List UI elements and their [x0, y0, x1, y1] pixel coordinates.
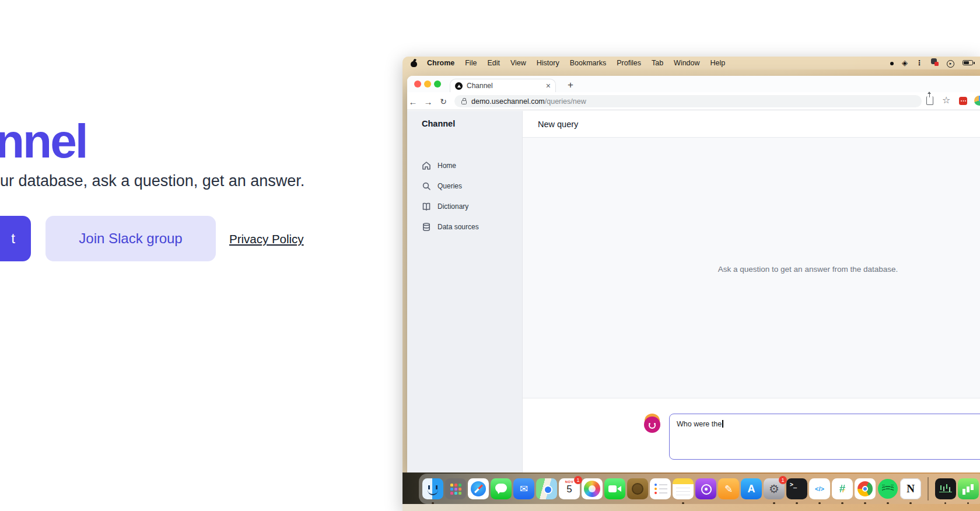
pages-dock-icon[interactable]: ✎: [718, 478, 739, 499]
terminal-dock-icon[interactable]: >_: [786, 478, 807, 499]
sidebar-item-data-sources[interactable]: Data sources: [422, 216, 522, 237]
safari-dock-icon[interactable]: [468, 478, 489, 499]
sidebar: Channel HomeQueriesDictionaryData source…: [407, 111, 523, 473]
landing-subtitle: ur database, ask a question, get an answ…: [0, 172, 304, 190]
notes-dock-icon[interactable]: [673, 478, 694, 499]
menu-item-history[interactable]: History: [537, 59, 559, 67]
menu-status-icons: ◈⋮▸: [890, 58, 973, 68]
battery-charging-icon[interactable]: [963, 59, 973, 67]
running-indicator-dot: [841, 502, 844, 505]
macos-menu-bar: Chrome FileEditViewHistoryBookmarksProfi…: [402, 57, 980, 69]
calendar-dock-icon[interactable]: NOV51: [559, 478, 580, 499]
sidebar-item-queries[interactable]: Queries: [422, 176, 522, 196]
home-icon: [422, 161, 438, 170]
notion-glyph: N: [900, 478, 921, 499]
sidebar-item-home[interactable]: Home: [422, 155, 522, 176]
reload-icon[interactable]: ↻: [437, 95, 450, 108]
join-slack-button[interactable]: Join Slack group: [46, 216, 216, 261]
chrome-dock-icon[interactable]: [855, 478, 876, 499]
dock-divider: [928, 477, 929, 501]
mail-dock-icon[interactable]: ✉: [513, 478, 534, 499]
maps-dock-icon[interactable]: [536, 478, 557, 499]
running-indicator-dot: [944, 502, 947, 505]
sidebar-item-dictionary[interactable]: Dictionary: [422, 196, 522, 216]
settings-dock-icon[interactable]: ⚙1: [764, 478, 785, 499]
menu-item-edit[interactable]: Edit: [487, 59, 500, 67]
tab-title: Channel: [467, 82, 546, 90]
mail-glyph: ✉: [513, 478, 534, 499]
photos-dock-icon[interactable]: [582, 478, 603, 499]
sidebar-item-label: Data sources: [438, 223, 479, 231]
query-canvas: Ask a question to get an answer from the…: [523, 138, 980, 398]
menu-item-window[interactable]: Window: [674, 59, 699, 67]
running-indicator-dot: [909, 502, 912, 505]
url-host: demo.usechannel.com: [471, 97, 545, 106]
address-bar[interactable]: demo.usechannel.com/queries/new: [454, 95, 922, 107]
url-path: /queries/new: [545, 97, 586, 106]
calendar-day-label: 5: [559, 484, 580, 495]
podcasts-dock-icon[interactable]: [695, 478, 716, 499]
tab-close-icon[interactable]: ×: [546, 82, 551, 90]
messages-dock-icon[interactable]: [491, 478, 512, 499]
sidebar-item-label: Home: [438, 162, 456, 170]
traffic-minimize-button[interactable]: [424, 80, 431, 88]
menu-item-view[interactable]: View: [510, 59, 526, 67]
appstore-glyph: A: [741, 478, 762, 499]
browser-tab[interactable]: Channel ×: [450, 79, 556, 92]
url-text: demo.usechannel.com/queries/new: [471, 97, 586, 106]
menu-item-bookmarks[interactable]: Bookmarks: [570, 59, 607, 67]
forward-icon[interactable]: →: [422, 95, 435, 108]
password-icon[interactable]: [931, 58, 939, 68]
desktop-wallpaper-bottom: ✉NOV51✎A⚙1>_</>#N: [402, 473, 980, 511]
spotify-dock-icon[interactable]: [877, 478, 898, 499]
ellipsis-icon[interactable]: ⋮: [916, 59, 923, 67]
share-icon[interactable]: [926, 96, 933, 105]
traffic-close-button[interactable]: [414, 80, 421, 88]
menu-item-file[interactable]: File: [465, 59, 477, 67]
vscode-dock-icon[interactable]: </>: [809, 478, 830, 499]
database-icon: [422, 222, 438, 232]
running-indicator-dot: [796, 502, 798, 505]
record-icon[interactable]: [890, 59, 894, 67]
facetime-dock-icon[interactable]: [604, 478, 625, 499]
mac-screenshot: Chrome FileEditViewHistoryBookmarksProfi…: [402, 57, 980, 511]
running-indicator-dot: [967, 502, 970, 505]
bell-app-dock-icon[interactable]: [627, 478, 648, 499]
launchpad-dock-icon[interactable]: [445, 478, 466, 499]
running-indicator-dot: [432, 502, 434, 505]
notion-dock-icon[interactable]: N: [900, 478, 921, 499]
menu-item-help[interactable]: Help: [710, 59, 726, 67]
slack-glyph: #: [832, 478, 853, 499]
numbers-dock-icon[interactable]: [958, 478, 979, 499]
pages-glyph: ✎: [718, 478, 739, 499]
traffic-zoom-button[interactable]: [434, 80, 441, 88]
slack-dock-icon[interactable]: #: [832, 478, 853, 499]
finder-dock-icon[interactable]: [422, 478, 443, 499]
terminal-glyph: >_: [786, 478, 807, 499]
question-input[interactable]: Who were the: [669, 414, 980, 460]
sidebar-title: Channel: [422, 119, 522, 128]
dark-app-dock-icon[interactable]: [935, 478, 956, 499]
search-icon: [422, 181, 438, 191]
get-started-button-partial[interactable]: t: [0, 216, 31, 261]
profile-avatar-icon[interactable]: [974, 96, 980, 106]
reminders-dock-icon[interactable]: [650, 478, 671, 499]
privacy-policy-link[interactable]: Privacy Policy: [229, 232, 304, 246]
play-circle-icon[interactable]: ▸: [947, 58, 954, 68]
extension-icon[interactable]: [959, 97, 967, 105]
browser-toolbar: ← → ↻ demo.usechannel.com/queries/new ☆: [407, 92, 980, 110]
apple-icon[interactable]: [411, 59, 418, 67]
new-tab-button[interactable]: +: [564, 78, 578, 92]
diamond-icon[interactable]: ◈: [902, 59, 908, 67]
bookmark-star-icon[interactable]: ☆: [942, 94, 950, 106]
channel-app: Channel HomeQueriesDictionaryData source…: [407, 111, 980, 473]
page-title: New query: [523, 111, 980, 138]
menu-app-name[interactable]: Chrome: [427, 59, 454, 67]
question-input-value: Who were the: [677, 420, 722, 428]
user-avatar: [642, 414, 662, 433]
appstore-dock-icon[interactable]: A: [741, 478, 762, 499]
menu-item-profiles[interactable]: Profiles: [617, 59, 641, 67]
back-icon[interactable]: ←: [407, 95, 419, 108]
menu-item-tab[interactable]: Tab: [652, 59, 663, 67]
screenshot-stage: nnel ur database, ask a question, get an…: [0, 0, 980, 511]
